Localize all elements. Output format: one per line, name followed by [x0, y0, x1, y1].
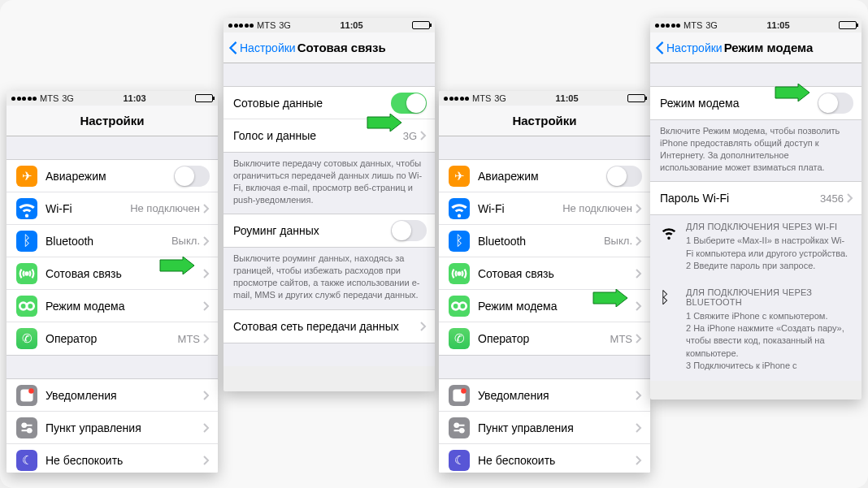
instructions-bluetooth: ᛒ ДЛЯ ПОДКЛЮЧЕНИЯ ЧЕРЕЗ BLUETOOTH 1 Свяж…	[650, 281, 861, 381]
back-label: Настройки	[240, 41, 296, 54]
airplane-toggle[interactable]	[606, 166, 642, 187]
row-dnd[interactable]: ☾ Не беспокоить	[439, 444, 650, 473]
carrier-label: MTS	[257, 20, 276, 30]
cellular-group-1: Сотовые данные Голос и данные 3G	[224, 86, 435, 153]
row-hotspot[interactable]: Режим модема	[439, 290, 650, 322]
instructions-wifi: ДЛЯ ПОДКЛЮЧЕНИЯ ЧЕРЕЗ WI-FI 1 Выберите «…	[650, 215, 861, 280]
status-bar: MTS 3G 11:03	[7, 91, 218, 106]
row-value: Выкл.	[604, 235, 632, 247]
airplane-icon: ✈	[449, 166, 470, 187]
row-label: Bluetooth	[478, 235, 604, 248]
row-label: Оператор	[478, 332, 610, 345]
svg-point-7	[458, 272, 460, 274]
row-airplane[interactable]: ✈ Авиарежим	[439, 160, 650, 192]
row-cellular-data[interactable]: Сотовые данные	[224, 87, 435, 119]
chevron-right-icon	[636, 423, 642, 433]
row-control-center[interactable]: Пункт управления	[7, 412, 218, 444]
row-cellular[interactable]: Сотовая связь	[439, 257, 650, 290]
bluetooth-icon: ᛒ	[660, 287, 678, 305]
row-label: Пункт управления	[46, 421, 203, 434]
svg-point-4	[28, 388, 33, 394]
clock-label: 11:03	[123, 93, 145, 103]
network-label: 3G	[279, 20, 291, 30]
airplane-toggle[interactable]	[174, 166, 210, 187]
chevron-right-icon	[636, 391, 642, 400]
hotspot-group-main: Режим модема	[650, 86, 861, 120]
instructions-line: 3 Подключитесь к iPhone с	[686, 360, 852, 372]
row-notifications[interactable]: Уведомления	[7, 379, 218, 412]
phone-hotspot: MTS 3G 11:05 Настройки Режим модема Режи…	[650, 18, 861, 399]
chevron-right-icon	[203, 456, 210, 465]
cellular-icon	[449, 263, 470, 284]
back-button[interactable]: Настройки	[655, 41, 723, 54]
row-carrier[interactable]: ✆ Оператор MTS	[439, 322, 650, 355]
bluetooth-icon: ᛒ	[16, 231, 37, 252]
row-wifi-password[interactable]: Пароль Wi-Fi 3456	[650, 182, 861, 214]
settings-group-connectivity: ✈ Авиарежим Wi-Fi Не подключен ᛒ Bluetoo…	[439, 159, 650, 356]
footer-note: Включите Режим модема, чтобы позволить i…	[650, 120, 861, 181]
row-bluetooth[interactable]: ᛒ Bluetooth Выкл.	[439, 225, 650, 257]
row-hotspot-switch[interactable]: Режим модема	[650, 87, 861, 119]
notifications-icon	[449, 385, 470, 406]
back-button[interactable]: Настройки	[228, 41, 296, 54]
canvas: MTS 3G 11:03 Настройки ✈ Авиарежим Wi-Fi…	[0, 0, 868, 488]
row-value: 3456	[820, 192, 844, 205]
chevron-right-icon	[203, 423, 210, 433]
hotspot-toggle[interactable]	[818, 93, 853, 114]
phone-icon: ✆	[16, 328, 37, 349]
row-value: MTS	[610, 333, 632, 345]
settings-group-system: Уведомления Пункт управления ☾ Не беспок…	[439, 378, 650, 473]
cellular-data-toggle[interactable]	[391, 93, 427, 114]
row-value: Не подключен	[130, 202, 200, 214]
carrier-label: MTS	[472, 93, 491, 103]
row-cellular[interactable]: Сотовая связь	[7, 257, 218, 290]
row-label: Сотовые данные	[233, 97, 391, 110]
signal-dots-icon	[444, 97, 469, 101]
row-control-center[interactable]: Пункт управления	[439, 412, 650, 444]
row-airplane[interactable]: ✈ Авиарежим	[7, 160, 218, 192]
footer-note: Выключите роуминг данных, находясь за гр…	[224, 248, 435, 309]
battery-icon	[839, 21, 857, 29]
signal-dots-icon	[11, 97, 37, 101]
roaming-toggle[interactable]	[391, 220, 427, 241]
page-title: Режим модема	[724, 41, 814, 54]
network-label: 3G	[705, 20, 718, 30]
row-label: Голос и данные	[233, 129, 403, 142]
page-title: Настройки	[439, 114, 650, 127]
row-label: Режим модема	[660, 97, 818, 110]
row-label: Сотовая связь	[46, 267, 203, 280]
chevron-right-icon	[636, 269, 642, 279]
row-notifications[interactable]: Уведомления	[439, 379, 650, 412]
settings-group-system: Уведомления Пункт управления ☾ Не беспок…	[7, 378, 218, 473]
phone-settings-2: MTS 3G 11:05 Настройки ✈ Авиарежим Wi-Fi…	[439, 91, 650, 473]
chevron-right-icon	[203, 269, 210, 279]
row-wifi[interactable]: Wi-Fi Не подключен	[439, 192, 650, 225]
clock-label: 11:05	[766, 20, 789, 30]
page-title: Сотовая связь	[297, 41, 386, 54]
settings-group-connectivity: ✈ Авиарежим Wi-Fi Не подключен ᛒ Bluetoo…	[7, 159, 218, 356]
row-label: Авиарежим	[478, 170, 606, 183]
row-wifi[interactable]: Wi-Fi Не подключен	[7, 192, 218, 225]
row-label: Не беспокоить	[46, 454, 203, 467]
row-label: Оператор	[46, 332, 178, 345]
row-hotspot[interactable]: Режим модема	[7, 290, 218, 322]
network-label: 3G	[62, 93, 74, 103]
chevron-right-icon	[636, 334, 642, 343]
row-apn[interactable]: Сотовая сеть передачи данных	[224, 310, 435, 343]
cellular-icon	[16, 263, 37, 284]
row-carrier[interactable]: ✆ Оператор MTS	[7, 322, 218, 355]
moon-icon: ☾	[16, 450, 37, 471]
signal-dots-icon	[655, 24, 680, 28]
chevron-right-icon	[203, 204, 210, 214]
row-label: Bluetooth	[46, 235, 171, 248]
row-dnd[interactable]: ☾ Не беспокоить	[7, 444, 218, 473]
chevron-right-icon	[203, 301, 210, 311]
phone-icon: ✆	[449, 328, 470, 349]
navbar: Настройки Сотовая связь	[224, 32, 435, 63]
chevron-right-icon	[203, 236, 210, 246]
row-bluetooth[interactable]: ᛒ Bluetooth Выкл.	[7, 225, 218, 257]
row-data-roaming[interactable]: Роуминг данных	[224, 214, 435, 247]
row-label: Сотовая сеть передачи данных	[233, 320, 420, 333]
chevron-right-icon	[203, 391, 210, 400]
row-voice-data[interactable]: Голос и данные 3G	[224, 119, 435, 152]
